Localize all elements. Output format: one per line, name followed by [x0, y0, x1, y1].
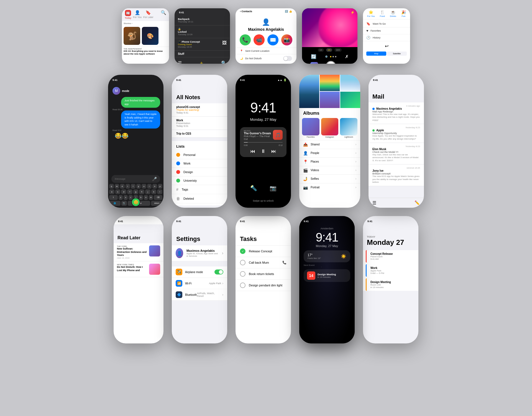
settings-airplane-row[interactable]: ✈️ Airplane mode: [172, 266, 227, 278]
key-d[interactable]: d: [121, 189, 126, 194]
camera-settings-icon[interactable]: ⚙️: [325, 55, 328, 58]
news-tab-today[interactable]: 📰 Today: [125, 10, 131, 19]
notes-list-tags[interactable]: # Tags: [172, 185, 227, 194]
mail-item-jony[interactable]: 10/2/18 15:45 Jony Ive Brilliant concept…: [369, 165, 424, 186]
key-q[interactable]: q: [109, 184, 114, 189]
album-portrait[interactable]: 📷 Portrait ›: [299, 183, 360, 192]
notes-list-personal[interactable]: Personal: [172, 151, 227, 159]
mail-item-elon[interactable]: Yesterday 8:23 Elon Musk Check out the M…: [369, 143, 424, 165]
key-j[interactable]: j: [145, 189, 150, 194]
task-design-pendant[interactable]: Design pendant dim light: [236, 280, 291, 291]
note-phoneos[interactable]: phoneOS concept Thanks for watching! Tod…: [172, 103, 227, 117]
calendar-event-3[interactable]: Design Meeting Room 106 in 19 minutes: [366, 278, 416, 291]
contact-dnd-row[interactable]: 🌙 Do Not Disturb: [236, 54, 296, 63]
maps-map-toggle[interactable]: Map: [366, 52, 386, 56]
photo-waterfall[interactable]: [299, 75, 319, 108]
maps-satellite-toggle[interactable]: Satellite: [387, 52, 407, 56]
notes-list-university[interactable]: Univeristy: [172, 176, 227, 185]
album-people[interactable]: 👤 People ›: [299, 149, 360, 157]
key-f[interactable]: f: [127, 189, 132, 194]
camera-flash-toggle[interactable]: ✗: [345, 54, 349, 59]
news-story-1[interactable]: 🐒: [124, 27, 140, 45]
album-lightroom[interactable]: Lightroom: [340, 118, 357, 138]
camera-switch-mode[interactable]: 🔄: [344, 63, 349, 64]
album-places[interactable]: 📍 Places ›: [299, 157, 360, 166]
key-i[interactable]: i: [147, 184, 152, 189]
contact-facetime-button[interactable]: 📹: [254, 34, 265, 45]
notes-list-work[interactable]: Work: [172, 159, 227, 168]
key-g[interactable]: g: [133, 189, 139, 194]
music-prev-button[interactable]: ⏮: [250, 148, 255, 154]
music-next-button[interactable]: ⏭: [271, 148, 276, 154]
files-item-phoneconcept[interactable]: 📱 Phone Concept Coming Soon! Monday 18:4…: [175, 38, 230, 51]
mail-menu-icon[interactable]: ☰: [372, 200, 376, 206]
files-toolbar-search[interactable]: 🔍: [221, 60, 227, 64]
music-progress-bar[interactable]: [244, 142, 283, 143]
settings-profile[interactable]: 👤 Maximos Angelakis Apple ID, iCloud, Ap…: [172, 245, 227, 261]
news-tab-forlater[interactable]: 🔖 For Later: [143, 10, 154, 19]
calendar-event-2[interactable]: Work Apple Park 9 AM — 5 PM: [366, 264, 416, 277]
photo-sky[interactable]: [340, 75, 360, 91]
maps-tab-food[interactable]: 🍴 Food: [380, 10, 385, 17]
maps-favorites[interactable]: ♥ Favorites: [363, 27, 410, 34]
files-item-locked[interactable]: 🔒 Locked Tuesday 13:26: [175, 25, 230, 38]
key-u[interactable]: u: [142, 184, 146, 189]
maps-tab-foryou[interactable]: ⭐ For You: [367, 10, 375, 17]
contact-info-icon[interactable]: ℹ️: [285, 10, 288, 13]
lockscreen-camera-icon[interactable]: 📷: [270, 185, 277, 191]
key-y[interactable]: y: [136, 184, 141, 189]
music-pause-button[interactable]: ⏸: [261, 148, 266, 154]
files-toolbar-add[interactable]: ＋: [199, 60, 204, 64]
task-book-tickets[interactable]: Book return tickets: [236, 268, 291, 280]
maps-tab-fun[interactable]: 🎉 Fun: [401, 10, 406, 17]
camera-shutter-button[interactable]: [326, 61, 336, 64]
key-k[interactable]: k: [151, 189, 157, 194]
key-s[interactable]: s: [115, 189, 121, 194]
task-call-back-mum[interactable]: Call back Mum 📞: [236, 257, 291, 268]
key-o[interactable]: o: [152, 184, 157, 189]
notes-list-design[interactable]: Design: [172, 168, 227, 176]
key-t[interactable]: t: [131, 184, 135, 189]
album-videos[interactable]: 🎬 Videos ›: [299, 166, 360, 174]
news-article[interactable]: THE INDEPENDENT iOS 13: Everything you n…: [122, 47, 169, 57]
camera-last-photo[interactable]: [310, 62, 318, 64]
note-tripto-ces[interactable]: Trip to CES: [172, 130, 227, 138]
lockscreen-flashlight-icon[interactable]: 🔦: [250, 185, 257, 191]
contact-phone-button[interactable]: 📞: [240, 34, 251, 45]
album-instagram[interactable]: Instagram: [321, 118, 339, 138]
settings-wifi-row[interactable]: 📶 Wi-Fi Apple Park ›: [172, 278, 227, 289]
settings-airplane-toggle[interactable]: [214, 269, 223, 274]
photo-beach[interactable]: [320, 92, 340, 108]
camera-zoom-10x[interactable]: 10X: [334, 48, 342, 52]
camera-flip-icon[interactable]: 🔄: [311, 54, 316, 59]
maps-back-icon[interactable]: ↩: [363, 42, 410, 50]
readlater-item-2[interactable]: New York Times Do Not Disturb: How I Los…: [114, 261, 163, 277]
files-item-backpack[interactable]: Backpack Thursday 15:11: [175, 16, 230, 25]
maps-want-to-go[interactable]: 🔖 Want To Go: [363, 20, 410, 27]
mail-compose-icon[interactable]: ✏️: [415, 200, 420, 206]
contact-dnd-toggle[interactable]: [283, 56, 292, 61]
files-toolbar-menu[interactable]: ☰: [178, 60, 182, 64]
news-search-icon[interactable]: 🔍: [161, 10, 166, 19]
contact-instagram-button[interactable]: 📸: [281, 34, 292, 45]
maps-history[interactable]: 🕐 History: [363, 34, 410, 41]
messages-input-bar[interactable]: iMessage 🎤: [111, 175, 160, 183]
key-h[interactable]: h: [139, 189, 144, 194]
camera-zoom-2x[interactable]: 2X: [326, 48, 332, 52]
news-story-2[interactable]: 🎨: [142, 27, 158, 45]
photo-forest[interactable]: [340, 92, 360, 108]
contact-mail-button[interactable]: ✉️: [267, 34, 278, 45]
album-favorites[interactable]: Favorites: [302, 118, 319, 138]
news-tab-foryou[interactable]: 👤 For You: [133, 10, 142, 19]
mail-item-apple[interactable]: Yesterday 8:23 Apple Internship Opportun…: [369, 124, 424, 143]
key-l[interactable]: l: [157, 189, 162, 194]
camera-zoom-1x[interactable]: 1X: [318, 48, 324, 52]
key-w[interactable]: w: [115, 184, 119, 189]
key-e[interactable]: e: [120, 184, 125, 189]
settings-bluetooth-row[interactable]: 🔷 Bluetooth AirPods, Watch, Pencil ›: [172, 289, 227, 301]
album-shared[interactable]: 📤 Shared ›: [299, 140, 360, 149]
notes-list-deleted[interactable]: 🗑 Deleted: [172, 194, 227, 203]
camera-flash-icon[interactable]: ⚡: [351, 11, 355, 14]
key-a[interactable]: a: [109, 189, 114, 194]
task-release-concept[interactable]: ✓ Release Concept: [236, 246, 291, 257]
